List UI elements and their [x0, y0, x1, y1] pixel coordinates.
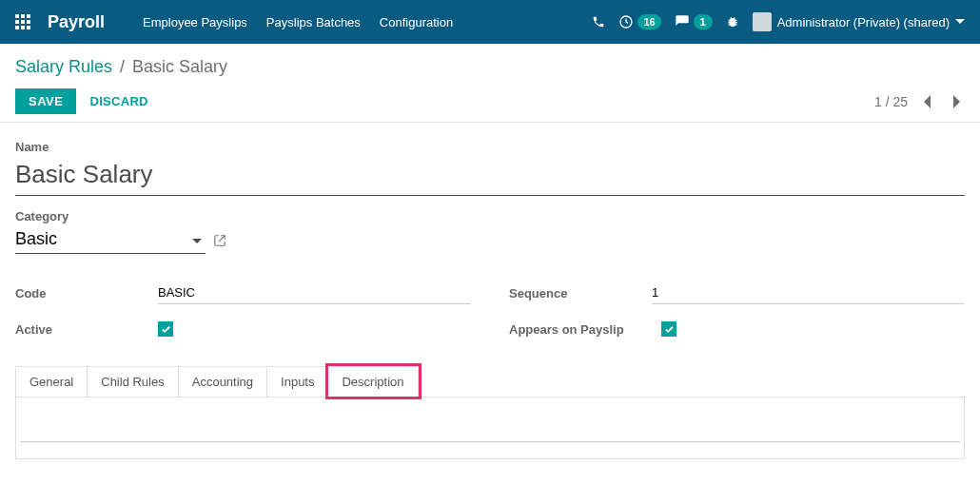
active-label: Active	[15, 322, 158, 337]
code-field: Code	[15, 279, 471, 307]
category-field: Category	[15, 209, 965, 254]
pager-next[interactable]	[948, 91, 965, 112]
breadcrumb-current: Basic Salary	[132, 57, 227, 77]
pager-text: 1 / 25	[874, 94, 908, 109]
category-input[interactable]	[15, 227, 206, 254]
pager-prev[interactable]	[919, 91, 936, 112]
svg-rect-8	[27, 26, 30, 29]
tab-general[interactable]: General	[15, 366, 88, 397]
breadcrumb: Salary Rules / Basic Salary	[15, 57, 965, 77]
sequence-field: Sequence	[509, 279, 965, 307]
appears-checkbox[interactable]	[661, 321, 676, 337]
control-panel: Salary Rules / Basic Salary SAVE DISCARD…	[0, 44, 980, 123]
svg-rect-2	[27, 14, 30, 18]
name-field: Name	[15, 140, 965, 196]
svg-rect-5	[27, 20, 30, 24]
caret-down-icon	[955, 17, 965, 27]
tab-inputs[interactable]: Inputs	[267, 366, 328, 397]
tab-description[interactable]: Description	[328, 366, 418, 397]
nav-configuration[interactable]: Configuration	[380, 15, 453, 29]
pager: 1 / 25	[874, 91, 965, 112]
code-input[interactable]	[158, 281, 471, 304]
appears-field: Appears on Payslip	[509, 315, 965, 343]
svg-rect-6	[15, 26, 19, 29]
svg-rect-7	[21, 26, 25, 29]
user-menu[interactable]: Administrator (Private) (shared)	[753, 12, 965, 31]
nav-payslips-batches[interactable]: Payslips Batches	[266, 15, 361, 29]
nav-links: Employee Payslips Payslips Batches Confi…	[143, 15, 453, 29]
name-input[interactable]	[15, 158, 965, 196]
active-field: Active	[15, 315, 471, 343]
svg-rect-0	[15, 14, 19, 18]
code-label: Code	[15, 286, 158, 300]
activities-count: 16	[637, 14, 660, 29]
discard-button[interactable]: DISCARD	[76, 88, 161, 114]
notebook: General Child Rules Accounting Inputs De…	[15, 366, 965, 459]
apps-icon[interactable]	[15, 14, 30, 29]
description-textarea[interactable]	[20, 411, 960, 442]
breadcrumb-root[interactable]: Salary Rules	[15, 57, 112, 77]
user-label: Administrator (Private) (shared)	[777, 15, 950, 29]
save-button[interactable]: SAVE	[15, 88, 76, 114]
avatar	[753, 12, 772, 31]
tab-body-description	[15, 397, 965, 459]
category-label: Category	[15, 209, 965, 223]
activities-button[interactable]: 16	[618, 14, 660, 29]
messages-count: 1	[694, 14, 713, 29]
sequence-input[interactable]	[652, 281, 965, 304]
tab-accounting[interactable]: Accounting	[179, 366, 267, 397]
svg-rect-3	[15, 20, 19, 24]
svg-rect-4	[21, 20, 25, 24]
active-checkbox[interactable]	[158, 321, 173, 337]
phone-icon[interactable]	[592, 15, 605, 29]
name-label: Name	[15, 140, 965, 154]
svg-rect-1	[21, 14, 25, 18]
nav-employee-payslips[interactable]: Employee Payslips	[143, 15, 247, 29]
tab-child-rules[interactable]: Child Rules	[88, 366, 178, 397]
external-link-icon[interactable]	[213, 234, 226, 247]
breadcrumb-sep: /	[120, 57, 125, 77]
debug-icon[interactable]	[726, 15, 739, 29]
form-sheet: Name Category Code Active	[0, 123, 980, 476]
app-name[interactable]: Payroll	[48, 12, 105, 32]
appears-label: Appears on Payslip	[509, 322, 661, 337]
sequence-label: Sequence	[509, 286, 652, 300]
top-navbar: Payroll Employee Payslips Payslips Batch…	[0, 0, 980, 44]
messages-button[interactable]: 1	[675, 14, 713, 29]
